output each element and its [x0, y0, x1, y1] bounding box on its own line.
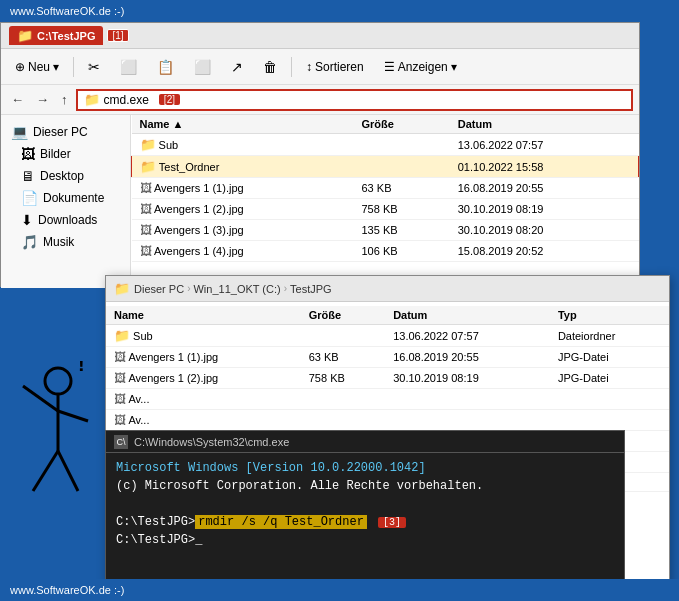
sidebar-label-downloads: Downloads: [38, 213, 97, 227]
copy-button[interactable]: ⬜: [112, 55, 145, 79]
toolbar-sep2: [291, 57, 292, 77]
file-name: 📁 Sub: [132, 134, 354, 156]
file-name: 🖼 Avengers 1 (2).jpg: [106, 368, 301, 389]
table-row-selected[interactable]: 📁 Test_Ordner 01.10.2022 15:58: [132, 156, 639, 178]
sort-icon: ↕: [306, 60, 312, 74]
stick-figure: !: [18, 361, 98, 541]
col-size[interactable]: Größe: [354, 115, 450, 134]
file-date: [385, 389, 550, 410]
sidebar-label-musik: Musik: [43, 235, 74, 249]
image-icon: 🖼: [140, 202, 152, 216]
table-row[interactable]: 🖼 Av...: [106, 410, 669, 431]
delete-button[interactable]: 🗑: [255, 55, 285, 79]
sidebar-item-downloads[interactable]: ⬇ Downloads: [1, 209, 130, 231]
file-date: 16.08.2019 20:55: [385, 347, 550, 368]
share-button[interactable]: ↗: [223, 55, 251, 79]
pc-icon: 💻: [11, 124, 28, 140]
table-row[interactable]: 🖼 Av...: [106, 389, 669, 410]
table-row[interactable]: 🖼 Avengers 1 (3).jpg 135 KB 30.10.2019 0…: [132, 220, 639, 241]
image-icon: 🖼: [114, 371, 126, 385]
view-button[interactable]: ☰ Anzeigen ▾: [376, 56, 465, 78]
main-pane: Name ▲ Größe Datum 📁 Sub 13.06.2022 07:5…: [131, 115, 639, 288]
sidebar-item-dokumente[interactable]: 📄 Dokumente: [1, 187, 130, 209]
file-date: [385, 410, 550, 431]
col2-type[interactable]: Typ: [550, 306, 669, 325]
table-row[interactable]: 🖼 Avengers 1 (4).jpg 106 KB 15.08.2019 2…: [132, 241, 639, 262]
sidebar-item-desktop[interactable]: 🖥 Desktop: [1, 165, 130, 187]
col-date[interactable]: Datum: [450, 115, 639, 134]
file-date: 30.10.2019 08:20: [450, 220, 639, 241]
cut-button[interactable]: ✂: [80, 55, 108, 79]
sidebar-label-bilder: Bilder: [40, 147, 71, 161]
file-type: JPG-Datei: [550, 368, 669, 389]
title-folder-icon2: 📁: [114, 281, 130, 296]
cmd-command: rmdir /s /q Test_Ordner: [195, 515, 367, 529]
file-size: 135 KB: [354, 220, 450, 241]
table-row[interactable]: 📁 Sub 13.06.2022 07:57 Dateiordner: [106, 325, 669, 347]
cmd-titlebar: C\ C:\Windows\System32\cmd.exe: [106, 431, 624, 453]
breadcrumb: Dieser PC › Win_11_OKT (C:) › TestJPG: [134, 283, 332, 295]
forward-button[interactable]: →: [32, 90, 53, 109]
file-type: [550, 410, 669, 431]
col2-name[interactable]: Name: [106, 306, 301, 325]
cmd-line4: C:\TestJPG>rmdir /s /q Test_Ordner [3]: [116, 513, 614, 531]
file-name: 🖼 Av...: [106, 410, 301, 431]
sidebar-item-bilder[interactable]: 🖼 Bilder: [1, 143, 130, 165]
table-row[interactable]: 🖼 Avengers 1 (1).jpg 63 KB 16.08.2019 20…: [106, 347, 669, 368]
breadcrumb-win[interactable]: Win_11_OKT (C:): [193, 283, 280, 295]
rename-button[interactable]: ⬜: [186, 55, 219, 79]
file-name: 🖼 Avengers 1 (4).jpg: [132, 241, 354, 262]
sort-label: Sortieren: [315, 60, 364, 74]
cmd-line1: Microsoft Windows [Version 10.0.22000.10…: [116, 459, 614, 477]
back-button[interactable]: ←: [7, 90, 28, 109]
toolbar: ⊕ Neu ▾ ✂ ⬜ 📋 ⬜ ↗ 🗑 ↕ Sortieren ☰ An: [1, 49, 639, 85]
cmd-icon: C\: [114, 435, 128, 449]
image-icon: 🖼: [140, 181, 152, 195]
file-date: 30.10.2019 08:19: [450, 199, 639, 220]
table-row[interactable]: 📁 Sub 13.06.2022 07:57: [132, 134, 639, 156]
addressbar: ← → ↑ 📁 cmd.exe [2]: [1, 85, 639, 115]
window1-title: C:\TestJPG: [37, 30, 95, 42]
image-icon: 🖼: [140, 244, 152, 258]
svg-line-3: [58, 411, 88, 421]
sidebar-label-dokumente: Dokumente: [43, 191, 104, 205]
table-row[interactable]: 🖼 Avengers 1 (2).jpg 758 KB 30.10.2019 0…: [132, 199, 639, 220]
cmd-prompt1: C:\TestJPG>: [116, 515, 195, 529]
view-chevron-icon: ▾: [451, 60, 457, 74]
svg-line-2: [23, 386, 58, 411]
dokumente-icon: 📄: [21, 190, 38, 206]
folder-icon: 📁: [114, 328, 130, 343]
cut-icon: ✂: [88, 59, 100, 75]
top-bar: www.SoftwareOK.de :-): [0, 0, 679, 22]
cmd-line5: C:\TestJPG>_: [116, 531, 614, 549]
cmd-line2: (c) Microsoft Corporation. Alle Rechte v…: [116, 477, 614, 495]
up-button[interactable]: ↑: [57, 90, 72, 109]
explorer-body: 💻 Dieser PC 🖼 Bilder 🖥 Desktop 📄 Dokumen…: [1, 115, 639, 288]
paste-button[interactable]: 📋: [149, 55, 182, 79]
svg-line-4: [33, 451, 58, 491]
file-table: Name ▲ Größe Datum 📁 Sub 13.06.2022 07:5…: [131, 115, 639, 262]
table-row[interactable]: 🖼 Avengers 1 (1).jpg 63 KB 16.08.2019 20…: [132, 178, 639, 199]
title-tab[interactable]: 📁 C:\TestJPG: [9, 26, 103, 45]
col-name[interactable]: Name ▲: [132, 115, 354, 134]
file-name: 🖼 Avengers 1 (3).jpg: [132, 220, 354, 241]
image-icon: 🖼: [114, 350, 126, 364]
address-box[interactable]: 📁 cmd.exe [2]: [76, 89, 634, 111]
sidebar-item-musik[interactable]: 🎵 Musik: [1, 231, 130, 253]
file-type: Dateiordner: [550, 325, 669, 347]
paste-icon: 📋: [157, 59, 174, 75]
col2-size[interactable]: Größe: [301, 306, 385, 325]
cmd-window: C\ C:\Windows\System32\cmd.exe Microsoft…: [105, 430, 625, 585]
col2-date[interactable]: Datum: [385, 306, 550, 325]
breadcrumb-testjpg[interactable]: TestJPG: [290, 283, 332, 295]
cmd-title: C:\Windows\System32\cmd.exe: [134, 436, 289, 448]
new-button[interactable]: ⊕ Neu ▾: [7, 56, 67, 78]
table-row[interactable]: 🖼 Avengers 1 (2).jpg 758 KB 30.10.2019 0…: [106, 368, 669, 389]
file-name: 🖼 Avengers 1 (1).jpg: [106, 347, 301, 368]
sort-button[interactable]: ↕ Sortieren: [298, 56, 372, 78]
file-date: 30.10.2019 08:19: [385, 368, 550, 389]
sidebar-item-dieser-pc[interactable]: 💻 Dieser PC: [1, 121, 130, 143]
file-size: [301, 389, 385, 410]
file-date: 01.10.2022 15:58: [450, 156, 639, 178]
breadcrumb-dieser-pc[interactable]: Dieser PC: [134, 283, 184, 295]
